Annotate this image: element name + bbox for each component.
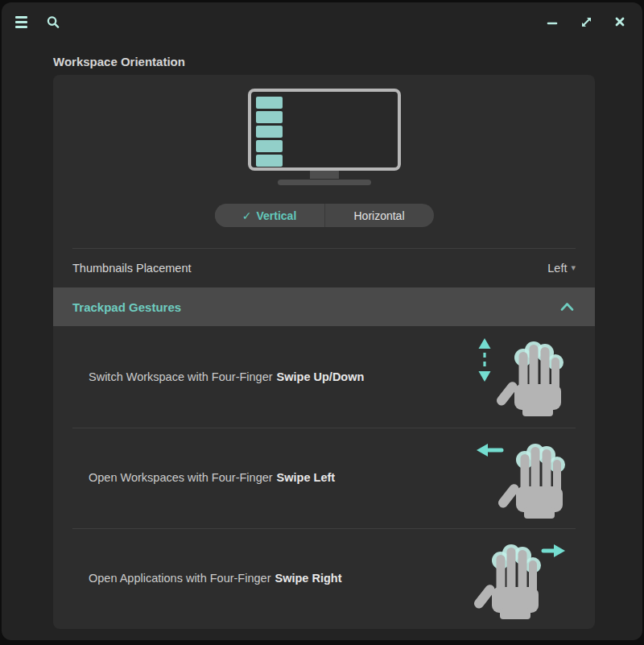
orientation-illustration: [53, 89, 595, 185]
gesture-label-bold: Swipe Left: [277, 471, 336, 484]
four-finger-swipe-up-down-icon: [473, 336, 568, 418]
gesture-list: Switch Workspace with Four-FingerSwipe U…: [53, 326, 595, 629]
gesture-row-swipe-up-down: Switch Workspace with Four-FingerSwipe U…: [53, 326, 595, 427]
monitor-stand-base: [278, 180, 371, 185]
settings-card: ✓ Vertical Horizontal Thumbnails Placeme…: [53, 75, 595, 629]
gesture-row-swipe-right: Open Applications with Four-FingerSwipe …: [53, 527, 595, 628]
monitor-graphic: [248, 89, 401, 171]
four-finger-swipe-left-icon: [473, 436, 568, 519]
settings-window: Workspace Orientation ✓ Vertical Horizon…: [2, 2, 642, 640]
orientation-toggle: ✓ Vertical Horizontal: [215, 204, 434, 227]
maximize-icon[interactable]: [580, 15, 592, 28]
gesture-row-swipe-left: Open Workspaces with Four-FingerSwipe Le…: [53, 427, 595, 527]
gesture-label-text: Open Workspaces with Four-Finger: [89, 471, 273, 484]
caret-down-icon: ▾: [571, 263, 576, 273]
gesture-label-bold: Swipe Up/Down: [277, 370, 365, 383]
orientation-option-vertical[interactable]: ✓ Vertical: [215, 204, 324, 227]
chevron-up-icon[interactable]: [560, 300, 574, 314]
thumbnails-placement-dropdown[interactable]: Left ▾: [547, 262, 576, 275]
orientation-option-label: Vertical: [256, 209, 296, 222]
orientation-option-horizontal[interactable]: Horizontal: [324, 204, 434, 227]
orientation-option-label: Horizontal: [353, 209, 404, 222]
gesture-label-text: Switch Workspace with Four-Finger: [89, 370, 273, 383]
gesture-label: Open Workspaces with Four-FingerSwipe Le…: [89, 471, 335, 484]
gesture-label: Switch Workspace with Four-FingerSwipe U…: [89, 370, 364, 383]
close-icon[interactable]: [613, 15, 626, 28]
search-icon[interactable]: [47, 15, 60, 28]
divider: [72, 528, 576, 529]
workspace-thumbnails-graphic: [256, 97, 283, 167]
headerbar: [2, 2, 642, 41]
trackpad-gestures-header[interactable]: Trackpad Gestures: [53, 287, 595, 326]
minimize-icon[interactable]: [546, 15, 559, 28]
divider: [72, 428, 576, 428]
thumbnails-placement-value: Left: [547, 262, 567, 275]
gesture-label-bold: Swipe Right: [275, 572, 341, 585]
menu-icon[interactable]: [14, 15, 27, 28]
gesture-label-text: Open Applications with Four-Finger: [89, 572, 270, 585]
monitor-stand-neck: [310, 171, 339, 179]
trackpad-gestures-label: Trackpad Gestures: [72, 300, 181, 314]
thumbnails-placement-row: Thumbnails Placement Left ▾: [72, 249, 576, 287]
page-title: Workspace Orientation: [53, 55, 185, 68]
gesture-label: Open Applications with Four-FingerSwipe …: [89, 572, 341, 585]
check-icon: ✓: [242, 209, 252, 222]
menu-bars: [15, 16, 27, 28]
four-finger-swipe-right-icon: [473, 537, 568, 619]
thumbnails-placement-label: Thumbnails Placement: [72, 262, 192, 275]
